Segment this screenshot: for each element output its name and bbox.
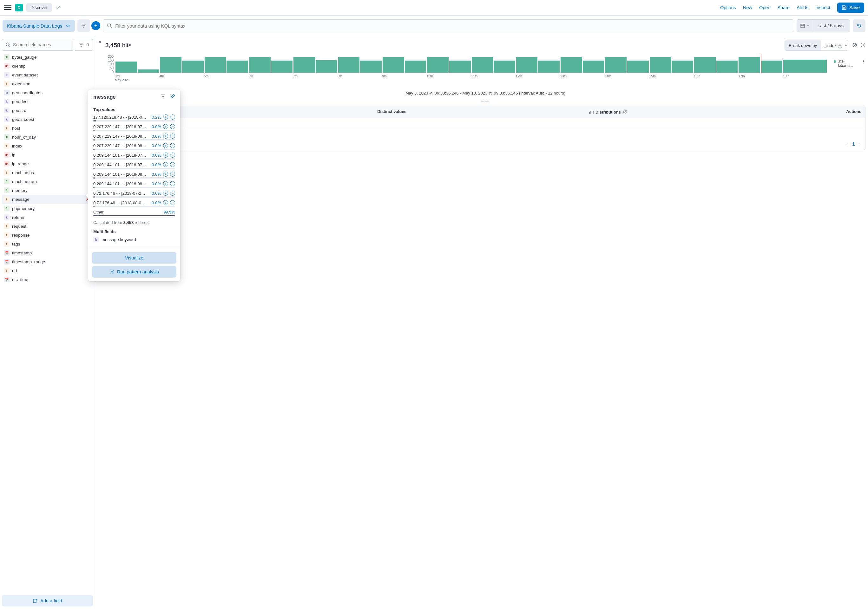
edit-icon[interactable] — [170, 94, 175, 100]
field-item-message[interactable]: tmessage✕ — [2, 195, 93, 204]
histogram-bar[interactable] — [205, 57, 226, 73]
field-item-timestamp[interactable]: 📅timestamp — [2, 248, 93, 257]
menu-icon[interactable] — [4, 4, 11, 11]
histogram-bar[interactable] — [271, 60, 293, 73]
field-item-utc_time[interactable]: 📅utc_time — [2, 275, 93, 284]
histogram-bar[interactable] — [516, 57, 538, 73]
histogram-bar[interactable] — [583, 60, 604, 73]
filter-out-icon[interactable]: − — [170, 143, 175, 148]
field-item-timestamp_range[interactable]: 📅timestamp_range — [2, 257, 93, 266]
field-item-url[interactable]: turl — [2, 266, 93, 275]
add-field-button[interactable]: Add a field — [2, 595, 93, 606]
field-item-referer[interactable]: kreferer — [2, 213, 93, 222]
histogram-bar[interactable] — [293, 57, 315, 73]
multi-field-item[interactable]: kmessage.keyword — [93, 237, 175, 242]
field-item-host[interactable]: thost — [2, 124, 93, 133]
histogram-bar[interactable] — [650, 57, 671, 73]
filter-in-icon[interactable]: + — [163, 133, 168, 139]
field-item-bytes_gauge[interactable]: #bytes_gauge — [2, 53, 93, 62]
edit-visualization-icon[interactable] — [852, 42, 857, 48]
eye-off-icon[interactable] — [623, 109, 628, 115]
query-input[interactable] — [103, 19, 794, 32]
histogram-bar[interactable] — [472, 57, 493, 73]
header-link-share[interactable]: Share — [777, 5, 790, 10]
filter-icon[interactable] — [161, 94, 166, 100]
filter-out-icon[interactable]: − — [170, 162, 175, 167]
filter-out-icon[interactable]: − — [170, 124, 175, 129]
field-item-geo-dest[interactable]: kgeo.dest — [2, 97, 93, 106]
histogram-bar[interactable] — [226, 60, 248, 73]
histogram-bar[interactable] — [561, 57, 582, 73]
field-item-phpmemory[interactable]: #phpmemory — [2, 204, 93, 213]
histogram-bar[interactable] — [627, 60, 649, 73]
filter-out-icon[interactable]: − — [170, 200, 175, 205]
header-link-options[interactable]: Options — [720, 5, 736, 10]
field-item-ip[interactable]: IPip — [2, 150, 93, 159]
prev-page-icon[interactable]: ‹ — [846, 141, 848, 147]
histogram-chart[interactable]: 200150100500 3rd4th5th6th7th8th9th10th11… — [115, 54, 865, 90]
filter-out-icon[interactable]: − — [170, 115, 175, 119]
refresh-button[interactable] — [853, 19, 865, 32]
pattern-analysis-button[interactable]: Run pattern analysis — [92, 266, 177, 277]
field-filter-count[interactable]: 0 — [75, 39, 93, 51]
filter-out-icon[interactable]: − — [170, 133, 175, 139]
save-button[interactable]: Save — [837, 3, 864, 13]
dataview-selector[interactable]: Kibana Sample Data Logs — [3, 20, 75, 32]
histogram-bar[interactable] — [182, 60, 204, 73]
filter-in-icon[interactable]: + — [163, 172, 168, 177]
field-item-hour_of_day[interactable]: #hour_of_day — [2, 133, 93, 141]
filter-out-icon[interactable]: − — [170, 181, 175, 186]
filter-out-icon[interactable]: − — [170, 172, 175, 177]
field-item-index[interactable]: tindex — [2, 141, 93, 150]
filter-out-icon[interactable]: − — [170, 191, 175, 196]
histogram-bar[interactable] — [739, 57, 760, 73]
field-item-geo-srcdest[interactable]: kgeo.srcdest — [2, 115, 93, 124]
filter-in-icon[interactable]: + — [163, 181, 168, 186]
header-link-inspect[interactable]: Inspect — [815, 5, 830, 10]
filter-in-icon[interactable]: + — [163, 191, 168, 196]
kql-input[interactable] — [115, 23, 790, 29]
filter-in-icon[interactable]: + — [163, 153, 168, 158]
histogram-bar[interactable] — [449, 60, 471, 73]
field-item-response[interactable]: tresponse — [2, 231, 93, 239]
chart-options-icon[interactable] — [860, 42, 865, 48]
filter-in-icon[interactable]: + — [163, 143, 168, 148]
app-switcher-button[interactable]: Discover — [26, 3, 52, 12]
histogram-bar[interactable] — [138, 70, 159, 73]
resize-handle[interactable]: ══ — [105, 99, 865, 104]
col-distributions[interactable]: Distributions — [585, 106, 837, 118]
histogram-bar[interactable] — [160, 57, 181, 73]
field-item-memory[interactable]: #memory — [2, 186, 93, 195]
histogram-bar[interactable] — [383, 57, 404, 73]
filter-in-icon[interactable]: + — [163, 200, 168, 205]
field-item-clientip[interactable]: IPclientip — [2, 62, 93, 70]
histogram-bar[interactable] — [605, 57, 626, 73]
field-list[interactable]: #bytes_gaugeIPclientipkevent.datasettext… — [2, 53, 93, 592]
field-search-input[interactable] — [2, 39, 73, 51]
histogram-bar[interactable] — [115, 62, 137, 73]
field-item-machine-ram[interactable]: #machine.ram — [2, 177, 93, 186]
field-item-request[interactable]: trequest — [2, 222, 93, 231]
space-avatar[interactable]: D — [15, 4, 23, 11]
add-filter-button[interactable] — [91, 21, 100, 30]
histogram-bar[interactable] — [761, 60, 782, 73]
field-item-extension[interactable]: textension — [2, 79, 93, 88]
breakdown-selector[interactable]: Break down by _indexⓧ▾ — [784, 40, 848, 51]
page-number[interactable]: 1 — [852, 141, 855, 147]
filter-in-icon[interactable]: + — [163, 115, 168, 119]
filter-button[interactable] — [78, 19, 90, 32]
chevron-down-icon[interactable]: ▾ — [845, 44, 847, 47]
header-link-alerts[interactable]: Alerts — [797, 5, 808, 10]
histogram-bar[interactable] — [405, 60, 426, 73]
histogram-bar[interactable] — [316, 60, 337, 73]
histogram-bar[interactable] — [538, 60, 560, 73]
field-item-ip_range[interactable]: IPip_range — [2, 159, 93, 168]
histogram-bar[interactable] — [672, 60, 693, 73]
header-link-new[interactable]: New — [743, 5, 752, 10]
field-item-geo-src[interactable]: kgeo.src — [2, 106, 93, 115]
histogram-bar[interactable] — [494, 60, 515, 73]
histogram-bar[interactable] — [360, 60, 382, 73]
filter-in-icon[interactable]: + — [163, 162, 168, 167]
histogram-bar[interactable] — [716, 60, 738, 73]
field-item-tags[interactable]: ttags — [2, 239, 93, 248]
